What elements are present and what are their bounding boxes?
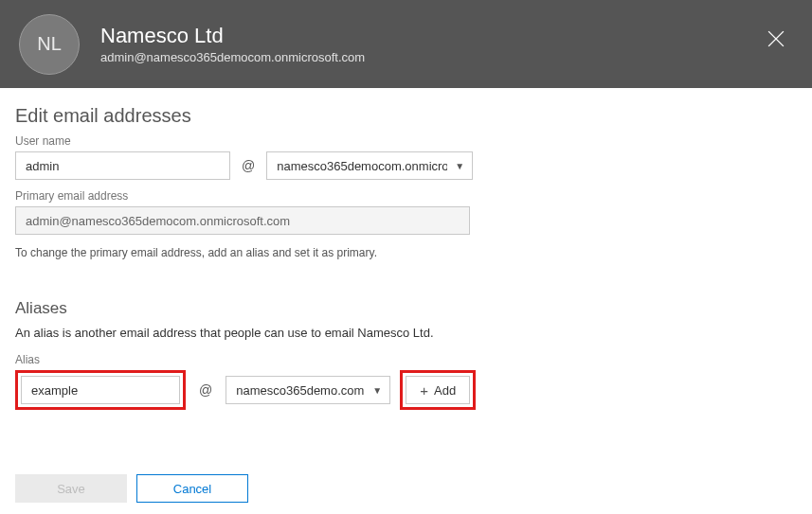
alias-label: Alias xyxy=(15,353,797,366)
alias-input[interactable] xyxy=(21,376,180,404)
alias-domain-text: namesco365demo.com xyxy=(236,383,364,398)
header-bar: NL Namesco Ltd admin@namesco365democom.o… xyxy=(0,0,812,88)
aliases-title: Aliases xyxy=(15,299,797,318)
chevron-down-icon: ▼ xyxy=(455,161,464,171)
content: Edit email addresses User name @ namesco… xyxy=(0,88,812,503)
header-subtitle: admin@namesco365democom.onmicrosoft.com xyxy=(100,50,365,64)
alias-domain-select[interactable]: namesco365demo.com ▼ xyxy=(226,376,390,404)
at-symbol: @ xyxy=(195,382,216,398)
primary-email-input xyxy=(15,206,470,235)
header-title: Namesco Ltd xyxy=(100,24,365,48)
primary-help-text: To change the primary email address, add… xyxy=(15,246,797,259)
cancel-button[interactable]: Cancel xyxy=(136,474,248,503)
save-button: Save xyxy=(15,474,127,503)
close-icon xyxy=(767,30,785,47)
at-symbol: @ xyxy=(238,158,259,173)
page-title: Edit email addresses xyxy=(15,105,797,127)
add-button-highlight: + Add xyxy=(400,370,476,410)
username-label: User name xyxy=(15,134,797,148)
avatar-initials: NL xyxy=(37,33,62,55)
alias-row: @ namesco365demo.com ▼ + Add xyxy=(15,370,797,410)
avatar: NL xyxy=(19,14,80,75)
close-button[interactable] xyxy=(761,24,791,54)
alias-input-highlight xyxy=(15,370,186,410)
username-row: @ namesco365democom.onmicrosoft.com ▼ xyxy=(15,151,797,180)
aliases-description: An alias is another email address that p… xyxy=(15,326,797,340)
header-text: Namesco Ltd admin@namesco365democom.onmi… xyxy=(100,24,365,64)
username-domain-text: namesco365democom.onmicrosoft.com xyxy=(277,159,447,173)
add-alias-button[interactable]: + Add xyxy=(406,376,470,404)
footer-buttons: Save Cancel xyxy=(15,474,797,503)
primary-label: Primary email address xyxy=(15,189,797,203)
username-domain-select[interactable]: namesco365democom.onmicrosoft.com ▼ xyxy=(266,151,473,180)
plus-icon: + xyxy=(420,382,428,399)
chevron-down-icon: ▼ xyxy=(372,385,382,396)
username-input[interactable] xyxy=(15,151,230,180)
add-button-label: Add xyxy=(434,383,456,398)
aliases-section: Aliases An alias is another email addres… xyxy=(15,299,797,410)
